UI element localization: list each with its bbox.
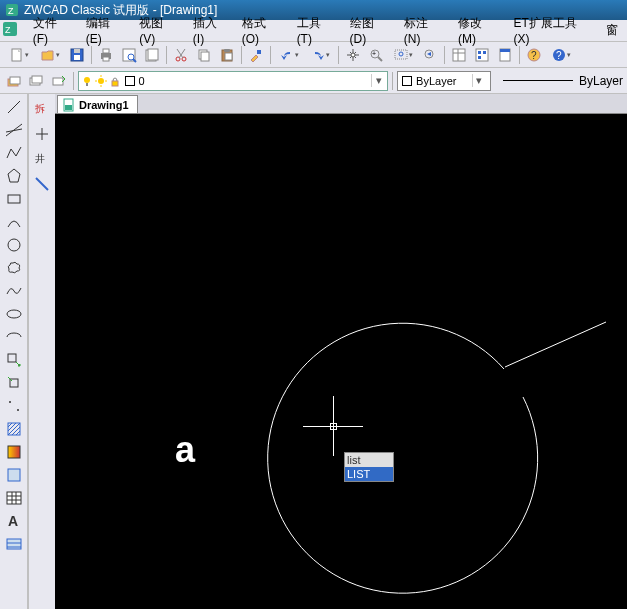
linetype-combo[interactable]: ByLayer: [493, 71, 623, 91]
help-topics-button[interactable]: ?▾: [546, 44, 576, 66]
svg-line-73: [12, 427, 20, 435]
svg-line-71: [8, 423, 16, 431]
svg-rect-77: [7, 492, 21, 504]
command-input[interactable]: list: [345, 453, 393, 467]
layer-toolbar: 0 ▾ ByLayer ▾ ByLayer: [0, 68, 627, 94]
rectangle-tool[interactable]: [3, 188, 25, 210]
ellipse-tool[interactable]: [3, 303, 25, 325]
lock-icon: [109, 75, 121, 87]
separator: [91, 46, 92, 64]
tab-label: Drawing1: [79, 99, 129, 111]
print-preview-button[interactable]: [118, 44, 140, 66]
circle-tool[interactable]: [3, 234, 25, 256]
menu-window[interactable]: 窗: [599, 20, 625, 41]
hatch-tool[interactable]: [3, 418, 25, 440]
revision-cloud-tool[interactable]: [3, 257, 25, 279]
block-insert-tool[interactable]: [3, 349, 25, 371]
save-button[interactable]: [66, 44, 88, 66]
layer-states-button[interactable]: [26, 70, 46, 92]
svg-rect-33: [453, 49, 465, 61]
new-button[interactable]: ▾: [4, 44, 34, 66]
zoom-realtime-button[interactable]: +: [365, 44, 387, 66]
svg-point-64: [7, 310, 21, 318]
tool-palettes-button[interactable]: [494, 44, 516, 66]
arc-tool[interactable]: [3, 211, 25, 233]
match-properties-button[interactable]: [245, 44, 267, 66]
separator: [270, 46, 271, 64]
publish-button[interactable]: [141, 44, 163, 66]
modify-tool-3[interactable]: 井: [31, 148, 53, 170]
linetype-value: ByLayer: [579, 74, 623, 88]
svg-rect-62: [8, 195, 20, 203]
app-icon: Z: [4, 2, 20, 18]
redo-button[interactable]: ▾: [305, 44, 335, 66]
properties-button[interactable]: [448, 44, 470, 66]
svg-rect-50: [53, 78, 63, 85]
point-tool[interactable]: [3, 395, 25, 417]
svg-text:?: ?: [531, 50, 537, 61]
svg-line-13: [133, 59, 136, 62]
svg-point-51: [84, 77, 90, 83]
cut-button[interactable]: [170, 44, 192, 66]
tab-drawing1[interactable]: Drawing1: [57, 95, 138, 113]
print-button[interactable]: [95, 44, 117, 66]
modify-tool-4[interactable]: [31, 173, 53, 195]
help-button[interactable]: ?: [523, 44, 545, 66]
svg-line-28: [378, 57, 382, 61]
linetype-preview: [503, 80, 573, 81]
zoom-previous-button[interactable]: [419, 44, 441, 66]
svg-rect-52: [86, 83, 88, 86]
svg-point-26: [351, 53, 355, 57]
region-tool[interactable]: [3, 464, 25, 486]
text-tool[interactable]: A: [3, 510, 25, 532]
svg-rect-6: [74, 55, 80, 60]
layer-previous-button[interactable]: [48, 70, 68, 92]
polyline-tool[interactable]: [3, 142, 25, 164]
svg-text:?: ?: [556, 50, 562, 61]
svg-text:+: +: [372, 50, 376, 57]
design-center-button[interactable]: [471, 44, 493, 66]
color-value: ByLayer: [416, 75, 456, 87]
color-swatch: [125, 76, 135, 86]
block-create-tool[interactable]: [3, 372, 25, 394]
modify-tool-1[interactable]: 拆: [31, 98, 53, 120]
gradient-tool[interactable]: [3, 441, 25, 463]
copy-button[interactable]: [193, 44, 215, 66]
layer-properties-button[interactable]: [4, 70, 24, 92]
svg-line-90: [505, 322, 606, 367]
sun-icon: [95, 75, 107, 87]
app-menu-icon[interactable]: Z: [2, 21, 22, 41]
separator: [73, 72, 74, 90]
polygon-tool[interactable]: [3, 165, 25, 187]
pan-button[interactable]: [342, 44, 364, 66]
drawing-content: [55, 114, 627, 609]
undo-button[interactable]: ▾: [274, 44, 304, 66]
separator: [166, 46, 167, 64]
line-tool[interactable]: [3, 96, 25, 118]
layer-combo[interactable]: 0 ▾: [78, 71, 389, 91]
svg-text:A: A: [8, 513, 18, 529]
paste-button[interactable]: [216, 44, 238, 66]
spline-tool[interactable]: [3, 280, 25, 302]
open-button[interactable]: ▾: [35, 44, 65, 66]
table-tool[interactable]: [3, 487, 25, 509]
xline-tool[interactable]: [3, 119, 25, 141]
svg-text:Z: Z: [8, 6, 14, 16]
zoom-window-button[interactable]: ▾: [388, 44, 418, 66]
svg-text:Z: Z: [5, 25, 11, 35]
command-suggestion[interactable]: LIST: [345, 467, 393, 481]
svg-point-68: [17, 409, 19, 411]
drawing-canvas[interactable]: a list LIST: [55, 114, 627, 609]
more-tools[interactable]: [3, 533, 25, 555]
ellipse-arc-tool[interactable]: [3, 326, 25, 348]
svg-rect-30: [395, 50, 407, 59]
svg-rect-37: [478, 51, 481, 54]
svg-rect-76: [8, 469, 20, 481]
freehand-glyph: a: [175, 429, 195, 471]
document-tabs: Drawing1: [55, 94, 627, 114]
color-combo[interactable]: ByLayer ▾: [397, 71, 491, 91]
modify-tool-2[interactable]: [31, 123, 53, 145]
svg-line-70: [8, 423, 12, 427]
command-autocomplete[interactable]: list LIST: [344, 452, 394, 482]
svg-rect-36: [476, 49, 488, 61]
